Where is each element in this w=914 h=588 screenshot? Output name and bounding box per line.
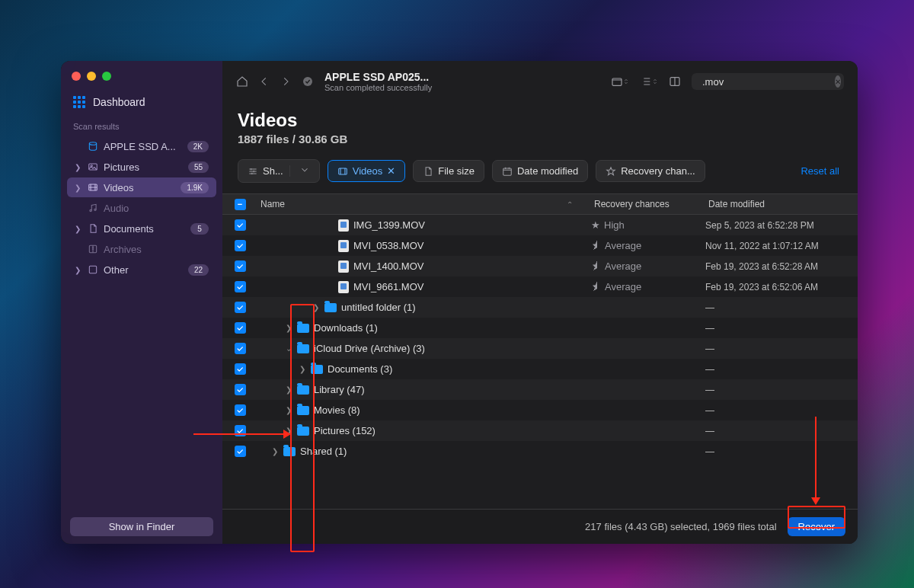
close-window-button[interactable]: [72, 72, 81, 81]
disclosure-right-icon[interactable]: ❯: [271, 447, 279, 455]
row-checkbox[interactable]: [235, 302, 246, 313]
recovery-chance-filter-label: Recovery chan...: [621, 165, 695, 177]
date-modified-filter-chip[interactable]: Date modified: [492, 160, 588, 182]
folder-row[interactable]: ❯Documents (3)—: [222, 359, 858, 379]
row-checkbox[interactable]: [235, 363, 246, 375]
file-name-label: MVI_1400.MOV: [353, 260, 424, 272]
file-name-label: iCloud Drive (Archive) (3): [314, 343, 425, 354]
folder-icon: [297, 324, 309, 333]
folder-row[interactable]: ❯Movies (8)—: [222, 400, 858, 420]
mov-file-icon: [338, 219, 349, 232]
sliders-icon: [248, 166, 258, 177]
videos-filter-label: Videos: [353, 165, 383, 177]
minimize-window-button[interactable]: [87, 72, 96, 81]
search-field[interactable]: ✕: [692, 73, 844, 90]
file-row[interactable]: MVI_9661.MOV⯨AverageFeb 19, 2023 at 6:52…: [222, 276, 858, 297]
view-split-button[interactable]: [669, 75, 681, 88]
file-row[interactable]: MVI_1400.MOV⯨AverageFeb 19, 2023 at 6:52…: [222, 256, 858, 276]
row-checkbox[interactable]: [235, 384, 246, 395]
folder-row[interactable]: ❯Library (47)—: [222, 379, 858, 400]
sidebar-item-other[interactable]: ❯Other22: [67, 260, 216, 280]
row-checkbox[interactable]: [235, 322, 246, 334]
folder-row[interactable]: ❯Shared (1)—: [222, 441, 858, 462]
disclosure-down-icon[interactable]: ⌄: [285, 344, 292, 353]
maximize-window-button[interactable]: [102, 72, 111, 81]
date-label: Feb 19, 2023 at 6:52:06 AM: [705, 282, 858, 292]
file-row[interactable]: MVI_0538.MOV⯨AverageNov 11, 2022 at 1:07…: [222, 235, 858, 256]
remove-filter-icon[interactable]: ✕: [387, 165, 395, 177]
folder-row[interactable]: ❯Downloads (1)—: [222, 318, 858, 338]
back-button[interactable]: [259, 76, 270, 87]
sidebar-item-disk[interactable]: ❯APPLE SSD A...2K: [67, 136, 216, 156]
show-filter-chip[interactable]: Sh...: [238, 159, 320, 183]
disclosure-right-icon[interactable]: ❯: [285, 406, 292, 414]
date-label: Nov 11, 2022 at 1:07:12 AM: [705, 241, 858, 251]
column-recovery-header[interactable]: Recovery chances: [591, 194, 705, 214]
date-label: —: [705, 385, 858, 395]
videos-icon: [87, 181, 99, 193]
folder-row[interactable]: ❯Pictures (152)—: [222, 420, 858, 441]
row-checkbox[interactable]: [235, 219, 246, 231]
svg-point-0: [89, 142, 96, 145]
view-folder-button[interactable]: [611, 75, 629, 88]
column-date-header[interactable]: Date modified: [705, 194, 858, 214]
status-check-icon: [302, 75, 314, 88]
sidebar: Dashboard Scan results ❯APPLE SSD A...2K…: [61, 61, 222, 544]
folder-row[interactable]: ❯untitled folder (1)—: [222, 297, 858, 318]
window-controls: [61, 70, 222, 91]
recovery-label: Average: [605, 240, 641, 251]
column-name-header[interactable]: Name⌃: [257, 194, 591, 214]
chevron-right-icon: ❯: [75, 225, 82, 233]
folder-icon: [297, 344, 309, 353]
row-checkbox[interactable]: [235, 425, 246, 436]
reset-filters-link[interactable]: Reset all: [801, 165, 842, 177]
file-icon: [423, 166, 433, 177]
table-header: − Name⌃ Recovery chances Date modified: [222, 193, 858, 215]
file-size-filter-chip[interactable]: File size: [413, 160, 484, 182]
sidebar-item-archives[interactable]: ❯Archives: [67, 239, 216, 259]
sidebar-item-label: Other: [104, 264, 184, 276]
show-in-finder-button[interactable]: Show in Finder: [70, 517, 213, 536]
row-checkbox[interactable]: [235, 404, 246, 416]
videos-filter-chip[interactable]: Videos ✕: [328, 160, 406, 182]
mov-file-icon: [338, 240, 349, 252]
star-icon: ⯨: [591, 281, 601, 292]
file-row[interactable]: IMG_1399.MOV★HighSep 5, 2023 at 6:52:28 …: [222, 215, 858, 235]
mov-file-icon: [338, 260, 349, 273]
svg-point-4: [90, 209, 91, 211]
calendar-icon: [502, 166, 513, 177]
disclosure-right-icon[interactable]: ❯: [299, 365, 306, 373]
home-button[interactable]: [236, 75, 248, 88]
recovery-chance-filter-chip[interactable]: Recovery chan...: [596, 160, 705, 182]
filter-bar: Sh... Videos ✕ File size Date modified R…: [222, 155, 858, 193]
file-name-label: MVI_0538.MOV: [353, 240, 424, 251]
forward-button[interactable]: [280, 76, 291, 87]
folder-row[interactable]: ⌄iCloud Drive (Archive) (3)—: [222, 338, 858, 359]
view-list-button[interactable]: [640, 75, 658, 88]
row-checkbox[interactable]: [235, 343, 246, 354]
disk-icon: [87, 140, 99, 152]
sidebar-item-videos[interactable]: ❯Videos1.9K: [67, 177, 216, 197]
sidebar-item-pictures[interactable]: ❯Pictures55: [67, 157, 216, 177]
date-label: —: [705, 302, 858, 313]
dashboard-label: Dashboard: [93, 96, 145, 108]
row-checkbox[interactable]: [235, 281, 246, 292]
disclosure-right-icon[interactable]: ❯: [285, 385, 292, 394]
sidebar-item-badge: 55: [188, 161, 209, 173]
disclosure-right-icon[interactable]: ❯: [285, 324, 292, 332]
dashboard-link[interactable]: Dashboard: [61, 91, 222, 119]
row-checkbox[interactable]: [235, 260, 246, 272]
recover-button[interactable]: Recover: [788, 517, 845, 536]
folder-icon: [283, 447, 296, 456]
clear-search-button[interactable]: ✕: [835, 75, 841, 88]
chevron-right-icon: ❯: [75, 163, 82, 171]
sidebar-item-audio[interactable]: ❯Audio: [67, 198, 216, 218]
row-checkbox[interactable]: [235, 446, 246, 457]
mov-file-icon: [338, 281, 349, 293]
search-input[interactable]: [702, 76, 830, 88]
sidebar-item-documents[interactable]: ❯Documents5: [67, 219, 216, 238]
select-all-checkbox[interactable]: −: [235, 199, 246, 210]
row-checkbox[interactable]: [235, 240, 246, 251]
disclosure-right-icon[interactable]: ❯: [312, 303, 320, 312]
disclosure-right-icon[interactable]: ❯: [285, 427, 292, 435]
